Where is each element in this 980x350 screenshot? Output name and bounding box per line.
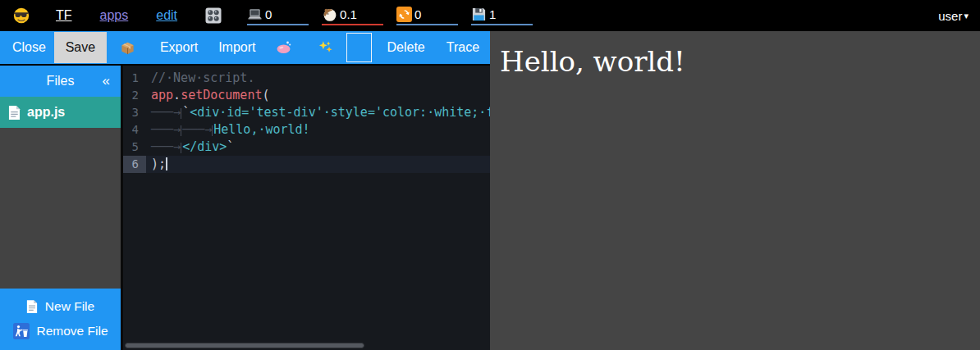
sparkles-button[interactable] bbox=[318, 40, 333, 55]
file-page-icon bbox=[8, 105, 21, 120]
control-knobs-icon[interactable] bbox=[205, 7, 222, 24]
stat-hamster-field[interactable]: 0.1 bbox=[322, 7, 383, 25]
hamster-icon bbox=[322, 7, 337, 22]
caret-down-icon: ▾ bbox=[964, 11, 969, 21]
close-button[interactable]: Close bbox=[12, 40, 46, 55]
file-item-label: app.js bbox=[27, 105, 65, 120]
scrollbar-thumb[interactable] bbox=[125, 343, 364, 348]
laptop-icon bbox=[247, 7, 263, 22]
line-number: 2 bbox=[123, 87, 146, 104]
sync-arrows-icon bbox=[396, 7, 412, 22]
sidebar-actions: New File bbox=[0, 289, 121, 350]
delete-button[interactable]: Delete bbox=[387, 40, 425, 55]
code-lines: 1//·New·script.2app.setDocument(3───→`<d… bbox=[123, 70, 490, 173]
collapse-sidebar-button[interactable]: « bbox=[103, 73, 110, 89]
code-line-2[interactable]: 2app.setDocument( bbox=[123, 87, 490, 104]
code-line-1[interactable]: 1//·New·script. bbox=[123, 70, 490, 87]
user-menu-label: user bbox=[938, 9, 962, 23]
floppy-disk-icon bbox=[471, 7, 487, 22]
file-item-app-js[interactable]: app.js bbox=[0, 97, 121, 128]
files-panel-title: Files bbox=[47, 74, 75, 89]
stat-value: 0 bbox=[265, 7, 272, 21]
code-editor[interactable]: 1//·New·script.2app.setDocument(3───→`<d… bbox=[123, 66, 490, 350]
preview-pane: Hello, world! bbox=[490, 31, 980, 350]
files-sidebar: Files « app.js bbox=[0, 66, 121, 350]
blank-button[interactable] bbox=[346, 33, 372, 62]
code-line-5[interactable]: 5───→</div>` bbox=[123, 139, 490, 156]
code-line-6[interactable]: 6); bbox=[123, 156, 490, 173]
brand-link[interactable]: TF bbox=[56, 8, 72, 23]
soap-button[interactable] bbox=[276, 39, 292, 56]
line-number: 1 bbox=[123, 70, 146, 87]
stat-floppy-field[interactable]: 1 bbox=[471, 7, 533, 25]
line-number: 5 bbox=[123, 139, 146, 156]
remove-file-button[interactable]: Remove File bbox=[0, 323, 121, 339]
save-button[interactable]: Save bbox=[54, 32, 107, 63]
trace-button[interactable]: Trace bbox=[446, 40, 479, 55]
new-file-button[interactable]: New File bbox=[0, 299, 121, 314]
nav-apps-link[interactable]: apps bbox=[100, 8, 129, 23]
sunglasses-face-icon[interactable] bbox=[13, 7, 30, 24]
litter-bin-icon bbox=[13, 323, 30, 339]
export-button[interactable]: Export bbox=[160, 40, 198, 55]
package-button[interactable] bbox=[120, 40, 135, 56]
stat-value: 0.1 bbox=[340, 7, 357, 21]
preview-heading: Hello, world! bbox=[500, 45, 980, 78]
user-menu[interactable]: user ▾ bbox=[938, 9, 969, 23]
soap-icon bbox=[276, 39, 292, 56]
import-button[interactable]: Import bbox=[218, 40, 255, 55]
nav-edit-link[interactable]: edit bbox=[156, 8, 177, 23]
files-panel-header: Files « bbox=[0, 66, 121, 97]
stat-laptop-field[interactable]: 0 bbox=[247, 7, 309, 25]
resource-stats: 0 0.1 bbox=[247, 7, 533, 25]
code-line-3[interactable]: 3───→`<div·id='test-div'·style='color:·w… bbox=[123, 104, 490, 121]
remove-file-label: Remove File bbox=[37, 324, 108, 339]
package-icon bbox=[120, 40, 135, 56]
text-cursor bbox=[166, 157, 167, 170]
code-line-4[interactable]: 4───→───→Hello,·world! bbox=[123, 121, 490, 139]
new-file-page-icon bbox=[26, 299, 38, 314]
line-number: 6 bbox=[123, 156, 146, 173]
stat-value: 1 bbox=[489, 7, 496, 21]
horizontal-scrollbar[interactable] bbox=[125, 343, 488, 348]
line-number: 3 bbox=[123, 104, 146, 121]
line-number: 4 bbox=[123, 121, 146, 139]
topbar: TF apps edit 0 bbox=[0, 0, 980, 31]
sparkles-icon bbox=[318, 40, 333, 55]
stat-sync-field[interactable]: 0 bbox=[396, 7, 458, 25]
new-file-label: New File bbox=[45, 299, 94, 314]
editor-toolbar: Close Save Export Import bbox=[0, 31, 490, 66]
stat-value: 0 bbox=[414, 7, 421, 21]
file-list-empty-area bbox=[0, 128, 121, 289]
app-root: TF apps edit 0 bbox=[0, 0, 980, 350]
